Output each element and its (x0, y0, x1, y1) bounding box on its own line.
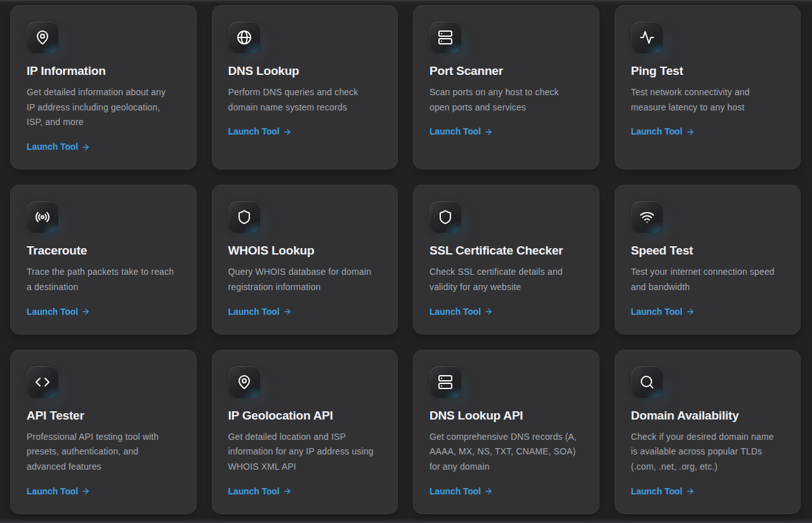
launch-tool-link[interactable]: Launch Tool (631, 305, 785, 318)
tool-card-ssl-certificate-checker: SSL Certificate CheckerCheck SSL certifi… (413, 185, 599, 334)
server-icon (429, 22, 461, 53)
launch-tool-link[interactable]: Launch Tool (228, 305, 382, 318)
launch-tool-link[interactable]: Launch Tool (27, 305, 180, 318)
tool-card-domain-availability: Domain AvailabilityCheck if your desired… (615, 350, 801, 514)
launch-tool-link[interactable]: Launch Tool (429, 485, 583, 498)
tool-title: API Tester (27, 407, 180, 425)
tool-description: Get comprehensive DNS records (A, AAAA, … (429, 430, 578, 475)
tool-card-api-tester: API TesterProfessional API testing tool … (10, 350, 197, 514)
arrow-right-icon (484, 487, 493, 496)
map-pin-icon (27, 22, 58, 53)
tool-card-dns-lookup-api: DNS Lookup APIGet comprehensive DNS reco… (413, 350, 599, 514)
arrow-right-icon (283, 307, 292, 316)
launch-tool-link[interactable]: Launch Tool (631, 125, 785, 138)
launch-tool-link[interactable]: Launch Tool (631, 485, 785, 498)
radio-icon (27, 201, 58, 233)
wifi-icon (631, 201, 663, 233)
tool-title: WHOIS Lookup (228, 242, 382, 260)
tool-title: Port Scanner (429, 62, 583, 80)
arrow-right-icon (81, 307, 90, 316)
tool-card-dns-lookup: DNS LookupPerform DNS queries and check … (212, 5, 398, 169)
tool-description: Test network connectivity and measure la… (631, 85, 780, 115)
launch-tool-link[interactable]: Launch Tool (27, 140, 180, 153)
tool-title: IP Geolocation API (228, 407, 382, 425)
launch-tool-label: Launch Tool (631, 125, 683, 138)
tool-description: Check SSL certificate details and validi… (429, 265, 578, 295)
launch-tool-label: Launch Tool (27, 485, 78, 498)
tool-card-ip-geolocation-api: IP Geolocation APIGet detailed location … (212, 350, 398, 514)
tool-description: Perform DNS queries and check domain nam… (228, 85, 377, 115)
tool-description: Trace the path packets take to reach a d… (27, 265, 175, 295)
tool-description: Test your internet connection speed and … (631, 265, 780, 295)
map-pin-icon (228, 366, 260, 398)
launch-tool-label: Launch Tool (429, 485, 481, 498)
tool-title: Speed Test (631, 242, 785, 260)
tool-title: Traceroute (27, 242, 180, 260)
tool-description: Professional API testing tool with prese… (27, 430, 175, 475)
arrow-right-icon (484, 128, 493, 136)
tool-title: Domain Availability (631, 407, 785, 425)
launch-tool-label: Launch Tool (429, 305, 481, 318)
launch-tool-link[interactable]: Launch Tool (228, 125, 382, 138)
tool-title: IP Information (27, 62, 180, 80)
tool-card-ip-information: IP InformationGet detailed information a… (10, 5, 197, 169)
arrow-right-icon (484, 307, 493, 316)
globe-icon (228, 22, 260, 53)
tool-card-speed-test: Speed TestTest your internet connection … (615, 185, 801, 334)
launch-tool-label: Launch Tool (631, 305, 683, 318)
launch-tool-label: Launch Tool (228, 125, 280, 138)
tool-description: Scan ports on any host to check open por… (429, 85, 578, 115)
code-icon (27, 366, 58, 398)
tool-description: Query WHOIS database for domain registra… (228, 265, 377, 295)
tool-card-traceroute: TracerouteTrace the path packets take to… (10, 185, 197, 334)
launch-tool-link[interactable]: Launch Tool (429, 305, 583, 318)
activity-icon (631, 22, 663, 53)
arrow-right-icon (686, 487, 695, 496)
server-icon (429, 366, 461, 398)
bottom-edge-fade (0, 518, 812, 523)
arrow-right-icon (686, 128, 695, 136)
tool-description: Get detailed location and ISP informatio… (228, 430, 377, 475)
launch-tool-label: Launch Tool (228, 485, 280, 498)
arrow-right-icon (686, 307, 695, 316)
launch-tool-label: Launch Tool (27, 305, 78, 318)
tool-card-ping-test: Ping TestTest network connectivity and m… (615, 5, 801, 169)
launch-tool-label: Launch Tool (27, 140, 78, 153)
search-icon (631, 366, 663, 398)
shield-icon (228, 201, 260, 233)
tool-title: DNS Lookup (228, 62, 382, 80)
tool-title: SSL Certificate Checker (429, 242, 583, 260)
tool-description: Get detailed information about any IP ad… (27, 85, 175, 130)
arrow-right-icon (81, 143, 90, 152)
tool-title: DNS Lookup API (429, 407, 583, 425)
tool-card-port-scanner: Port ScannerScan ports on any host to ch… (413, 5, 599, 169)
arrow-right-icon (283, 128, 292, 136)
tool-card-whois-lookup: WHOIS LookupQuery WHOIS database for dom… (212, 185, 398, 334)
launch-tool-link[interactable]: Launch Tool (228, 485, 382, 498)
launch-tool-label: Launch Tool (631, 485, 683, 498)
launch-tool-label: Launch Tool (228, 305, 280, 318)
tools-grid: IP InformationGet detailed information a… (0, 0, 812, 514)
shield-icon (429, 201, 461, 233)
tool-title: Ping Test (631, 62, 785, 80)
launch-tool-link[interactable]: Launch Tool (27, 485, 180, 498)
arrow-right-icon (81, 487, 90, 496)
launch-tool-label: Launch Tool (429, 125, 481, 138)
tool-description: Check if your desired domain name is ava… (631, 430, 780, 475)
arrow-right-icon (283, 487, 292, 496)
launch-tool-link[interactable]: Launch Tool (429, 125, 583, 138)
